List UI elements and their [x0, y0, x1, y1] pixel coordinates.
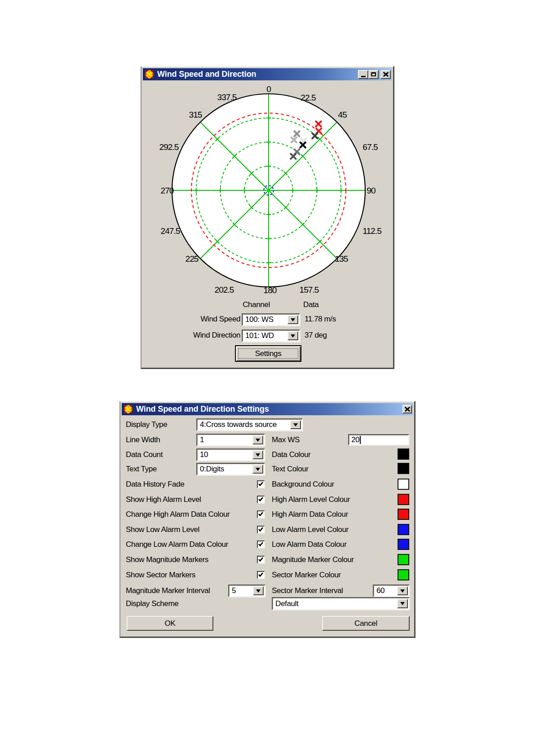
line-width-label: Line Width: [126, 435, 160, 444]
colour-swatch[interactable]: [398, 509, 409, 520]
display-scheme-dropdown-button[interactable]: [397, 599, 408, 608]
checkbox-row-label: Data History Fade: [126, 480, 184, 489]
plot-center-dot: [267, 189, 270, 192]
direction-tick-label: 315: [189, 110, 202, 119]
direction-tick-label: 90: [367, 186, 376, 195]
check-icon: [258, 481, 264, 487]
colour-row-label: High Alarm Data Colour: [272, 510, 348, 519]
direction-tick-label: 22.5: [301, 93, 316, 102]
magnitude-marker-interval-select[interactable]: 5: [228, 585, 265, 597]
display-type-label: Display Type: [126, 420, 167, 429]
check-icon: [258, 497, 264, 502]
sector-interval-dropdown-button[interactable]: [397, 586, 408, 595]
globe-icon: [124, 404, 133, 414]
wind-speed-label: Wind Speed: [168, 315, 240, 324]
colour-swatch[interactable]: [398, 569, 409, 580]
text-caret: [360, 436, 361, 444]
text-type-dropdown-button[interactable]: [252, 465, 263, 474]
ok-button[interactable]: OK: [127, 616, 213, 631]
wind-direction-channel-select[interactable]: 101: WD: [242, 330, 300, 342]
wind-direction-channel-value: 101: WD: [243, 331, 274, 340]
magnitude-marker-interval-label: Magnitude Marker Interval: [126, 586, 210, 595]
direction-tick-label: 247.5: [160, 226, 180, 236]
check-icon: [258, 527, 264, 532]
direction-tick-label: 202.5: [214, 285, 234, 294]
settings-titlebar[interactable]: Wind Speed and Direction Settings: [122, 403, 413, 415]
focus-rect: [238, 348, 298, 359]
max-ws-value: 20: [349, 435, 359, 444]
text-colour-swatch[interactable]: [398, 463, 409, 474]
checkbox[interactable]: [257, 556, 265, 563]
colour-swatch[interactable]: [398, 524, 409, 535]
checkbox[interactable]: [257, 510, 265, 518]
chevron-down-icon: [256, 589, 261, 593]
checkbox[interactable]: [257, 526, 265, 533]
sector-marker-interval-label: Sector Marker Interval: [272, 586, 343, 595]
sector-marker-interval-value: 60: [374, 586, 385, 595]
direction-tick-label: 157.5: [299, 285, 318, 294]
check-icon: [258, 511, 264, 517]
wind-display-window: Wind Speed and Direction 022.54567.59011…: [141, 66, 394, 369]
max-ws-label: Max WS: [272, 435, 300, 444]
checkbox[interactable]: [257, 541, 265, 548]
wind-direction-dropdown-button[interactable]: [287, 331, 298, 340]
settings-close-button[interactable]: [402, 405, 412, 413]
data-count-dropdown-button[interactable]: [252, 450, 263, 459]
checkbox-row-label: Show Magnitude Markers: [126, 555, 208, 564]
direction-tick-label: 270: [160, 186, 173, 195]
chevron-down-icon: [293, 423, 298, 426]
display-scheme-label: Display Scheme: [126, 599, 178, 608]
direction-tick-label: 180: [263, 286, 276, 295]
line-width-dropdown-button[interactable]: [252, 435, 263, 444]
chevron-down-icon: [256, 468, 260, 471]
wind-polar-plot: 022.54567.590112.5135157.5180202.5225247…: [150, 71, 388, 309]
max-ws-input[interactable]: 20: [348, 434, 409, 445]
colour-row-label: Magnitude Marker Colour: [272, 555, 354, 564]
line-width-select[interactable]: 1: [196, 434, 265, 446]
line-width-value: 1: [197, 435, 204, 444]
wind-direction-label: Wind Direction: [168, 331, 240, 340]
display-type-dropdown-button[interactable]: [290, 420, 301, 429]
data-count-select[interactable]: 10: [196, 448, 265, 461]
checkbox[interactable]: [257, 571, 265, 579]
colour-swatch[interactable]: [398, 554, 409, 565]
ok-button-label: OK: [165, 619, 176, 628]
check-icon: [258, 541, 264, 547]
checkbox-row-label: Show Sector Markers: [126, 571, 195, 580]
chevron-down-icon: [400, 602, 405, 605]
data-colour-swatch[interactable]: [398, 448, 409, 460]
colour-swatch[interactable]: [398, 494, 409, 505]
wind-speed-dropdown-button[interactable]: [287, 315, 298, 324]
checkbox[interactable]: [257, 496, 265, 503]
colour-swatch[interactable]: [398, 479, 409, 490]
display-type-select[interactable]: 4:Cross towards source: [196, 418, 303, 431]
text-type-select[interactable]: 0:Digits: [196, 463, 265, 475]
direction-tick-label: 225: [185, 254, 198, 264]
check-icon: [258, 572, 264, 578]
settings-window-title: Wind Speed and Direction Settings: [136, 404, 269, 414]
magnitude-interval-dropdown-button[interactable]: [253, 586, 264, 595]
direction-tick-label: 67.5: [363, 142, 378, 152]
settings-button[interactable]: Settings: [235, 345, 301, 362]
data-count-value: 10: [197, 450, 208, 459]
chevron-down-icon: [256, 439, 260, 442]
colour-row-label: Low Alarm Data Colour: [272, 540, 346, 549]
display-scheme-select[interactable]: Default: [272, 597, 410, 610]
channel-column-header: Channel: [227, 300, 286, 309]
direction-tick-label: 292.5: [159, 142, 178, 152]
chevron-down-icon: [256, 453, 260, 457]
wind-speed-data-value: 11.78 m/s: [305, 315, 336, 324]
checkbox[interactable]: [257, 480, 265, 488]
sector-marker-interval-select[interactable]: 60: [373, 585, 410, 597]
cancel-button-label: Cancel: [354, 619, 377, 628]
checkbox-row-label: Change Low Alarm Data Colour: [126, 540, 228, 549]
cancel-button[interactable]: Cancel: [322, 616, 410, 631]
colour-row-label: High Alarm Level Colour: [272, 495, 350, 504]
direction-tick-label: 337.5: [217, 92, 236, 102]
colour-swatch[interactable]: [398, 539, 409, 550]
chevron-down-icon: [291, 334, 295, 338]
checkbox-row-label: Show Low Alarm Level: [126, 525, 199, 534]
text-type-value: 0:Digits: [197, 465, 224, 474]
close-icon: [405, 407, 410, 412]
wind-speed-channel-select[interactable]: 100: WS: [242, 313, 300, 326]
